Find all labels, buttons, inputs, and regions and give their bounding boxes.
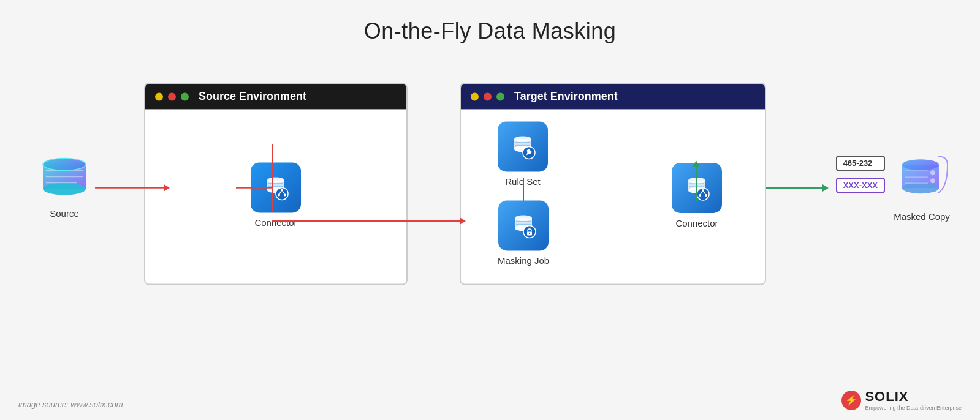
target-env-title: Target Environment: [514, 90, 618, 103]
svg-point-2: [43, 183, 86, 195]
arrow-head-right-1: [164, 184, 173, 192]
svg-point-47: [930, 170, 935, 175]
rule-set-icon: [498, 121, 548, 171]
dot-yellow-target: [471, 92, 479, 100]
solix-tagline-text: Empowering the Data-driven Enterprise: [865, 405, 962, 411]
source-environment: Source Environment: [144, 83, 408, 285]
source-env-header: Source Environment: [145, 84, 406, 109]
solix-icon: ⚡: [841, 391, 861, 410]
masking-job-svg: [507, 209, 539, 241]
dot-red-target: [484, 92, 492, 100]
target-connector-svg: [681, 171, 713, 203]
source-label: Source: [50, 208, 79, 219]
target-connector-icon: [672, 162, 722, 212]
target-connector-label: Connector: [675, 217, 718, 228]
maskingjob-to-connector-arrow: [696, 162, 697, 201]
masked-copy-label: Masked Copy: [894, 211, 950, 222]
dot-yellow-source: [155, 92, 163, 100]
source-connector-label: Connector: [254, 217, 297, 228]
connector-to-maskingjob-v: [272, 144, 273, 212]
connector-to-maskingjob-h2: [272, 220, 465, 222]
footer-brand: ⚡ SOLIX Empowering the Data-driven Enter…: [841, 389, 962, 411]
masked-data-boxes: 465-232 XXX-XXX: [836, 156, 885, 196]
diagram-area: Source Source Environment: [0, 56, 980, 320]
target-env-body: Rule Set: [461, 109, 765, 281]
original-data-box: 465-232: [836, 156, 885, 171]
svg-point-32: [529, 233, 530, 234]
dot-green-source: [181, 92, 189, 100]
svg-point-46: [902, 182, 939, 193]
target-environment: Target Environment: [460, 83, 766, 285]
masked-copy-db-icon: [891, 151, 952, 206]
target-env-header: Target Environment: [461, 84, 765, 109]
rule-set-svg: [507, 130, 539, 162]
source-db-icon: [37, 151, 92, 203]
masking-job-icon: [498, 200, 549, 250]
source-env-title: Source Environment: [199, 90, 306, 103]
arrow-head-up: [693, 157, 700, 167]
masked-data-box: XXX-XXX: [836, 178, 885, 193]
source-connector-node: Connector: [251, 162, 301, 228]
masking-job-node: Masking Job: [498, 200, 549, 266]
arrow-head-right-3: [822, 184, 832, 192]
masked-copy-node: Masked Copy: [891, 151, 952, 222]
target-inner-layout: Rule Set: [461, 109, 765, 281]
solix-brand-text: SOLIX Empowering the Data-driven Enterpr…: [865, 389, 962, 411]
source-to-connector-arrow: [95, 187, 169, 189]
rule-set-node: Rule Set: [498, 121, 548, 187]
footer-image-source: image source: www.solix.com: [18, 400, 123, 409]
masking-job-label: Masking Job: [498, 255, 549, 266]
connector-to-maskingjob-h1: [236, 187, 273, 189]
dot-green-target: [496, 92, 504, 100]
target-connector-to-masked-arrow: [766, 187, 827, 189]
source-env-body: Connector: [145, 109, 406, 281]
solix-logo-text: SOLIX: [865, 389, 962, 405]
target-connector-node: Connector: [672, 162, 722, 228]
svg-point-48: [930, 178, 935, 183]
dot-red-source: [168, 92, 176, 100]
arrow-head-right-2: [460, 217, 469, 225]
page-title: On-the-Fly Data Masking: [0, 0, 980, 44]
source-node: Source: [37, 151, 92, 219]
